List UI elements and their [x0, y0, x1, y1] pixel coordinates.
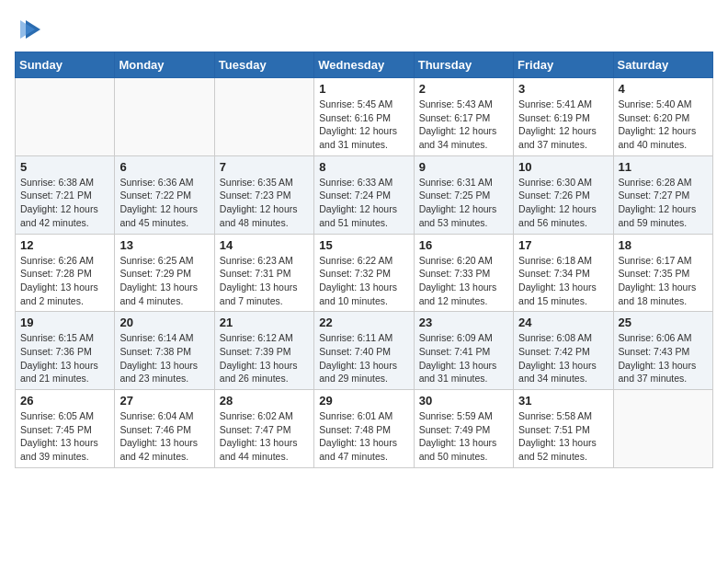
- weekday-header-sunday: Sunday: [16, 52, 115, 78]
- day-cell: 3Sunrise: 5:41 AM Sunset: 6:19 PM Daylig…: [514, 78, 613, 156]
- day-number: 7: [220, 160, 309, 174]
- day-info: Sunrise: 6:05 AM Sunset: 7:45 PM Dayligh…: [20, 409, 109, 464]
- day-cell: 26Sunrise: 6:05 AM Sunset: 7:45 PM Dayli…: [16, 390, 115, 468]
- day-cell: 17Sunrise: 6:18 AM Sunset: 7:34 PM Dayli…: [514, 234, 613, 312]
- day-info: Sunrise: 5:43 AM Sunset: 6:17 PM Dayligh…: [419, 98, 508, 152]
- day-cell: [214, 78, 313, 156]
- week-row-3: 12Sunrise: 6:26 AM Sunset: 7:28 PM Dayli…: [16, 234, 713, 312]
- day-cell: 31Sunrise: 5:58 AM Sunset: 7:51 PM Dayli…: [514, 390, 613, 468]
- day-info: Sunrise: 6:35 AM Sunset: 7:23 PM Dayligh…: [220, 176, 309, 230]
- day-info: Sunrise: 6:23 AM Sunset: 7:31 PM Dayligh…: [220, 254, 309, 308]
- day-number: 5: [20, 160, 109, 174]
- weekday-header-friday: Friday: [514, 52, 613, 78]
- logo-icon: [18, 17, 44, 42]
- weekday-header-wednesday: Wednesday: [314, 52, 414, 78]
- weekday-header-row: SundayMondayTuesdayWednesdayThursdayFrid…: [16, 52, 713, 78]
- day-number: 26: [20, 394, 109, 408]
- day-info: Sunrise: 5:45 AM Sunset: 6:16 PM Dayligh…: [319, 98, 408, 152]
- day-info: Sunrise: 6:26 AM Sunset: 7:28 PM Dayligh…: [20, 254, 109, 308]
- day-info: Sunrise: 6:31 AM Sunset: 7:25 PM Dayligh…: [419, 176, 508, 230]
- day-cell: 10Sunrise: 6:30 AM Sunset: 7:26 PM Dayli…: [514, 155, 613, 234]
- day-number: 28: [220, 394, 309, 408]
- day-cell: 9Sunrise: 6:31 AM Sunset: 7:25 PM Daylig…: [414, 155, 513, 234]
- day-number: 23: [419, 316, 508, 329]
- logo: [15, 15, 44, 42]
- page: SundayMondayTuesdayWednesdayThursdayFrid…: [0, 0, 728, 563]
- week-row-4: 19Sunrise: 6:15 AM Sunset: 7:36 PM Dayli…: [16, 312, 713, 390]
- day-info: Sunrise: 5:59 AM Sunset: 7:49 PM Dayligh…: [419, 409, 508, 464]
- week-row-5: 26Sunrise: 6:05 AM Sunset: 7:45 PM Dayli…: [16, 390, 713, 468]
- day-cell: 16Sunrise: 6:20 AM Sunset: 7:33 PM Dayli…: [414, 234, 513, 312]
- day-info: Sunrise: 6:12 AM Sunset: 7:39 PM Dayligh…: [220, 331, 309, 385]
- day-info: Sunrise: 6:14 AM Sunset: 7:38 PM Dayligh…: [119, 331, 209, 385]
- day-cell: 8Sunrise: 6:33 AM Sunset: 7:24 PM Daylig…: [314, 155, 414, 234]
- day-info: Sunrise: 6:01 AM Sunset: 7:48 PM Dayligh…: [319, 409, 408, 464]
- day-cell: 19Sunrise: 6:15 AM Sunset: 7:36 PM Dayli…: [16, 312, 115, 390]
- day-number: 17: [518, 238, 608, 252]
- day-info: Sunrise: 6:28 AM Sunset: 7:27 PM Dayligh…: [619, 176, 708, 230]
- day-info: Sunrise: 6:38 AM Sunset: 7:21 PM Dayligh…: [20, 176, 109, 230]
- day-cell: 29Sunrise: 6:01 AM Sunset: 7:48 PM Dayli…: [314, 390, 414, 468]
- day-cell: 6Sunrise: 6:36 AM Sunset: 7:22 PM Daylig…: [115, 155, 214, 234]
- day-cell: 28Sunrise: 6:02 AM Sunset: 7:47 PM Dayli…: [214, 390, 313, 468]
- week-row-2: 5Sunrise: 6:38 AM Sunset: 7:21 PM Daylig…: [16, 155, 713, 234]
- day-number: 12: [20, 238, 109, 252]
- day-info: Sunrise: 6:11 AM Sunset: 7:40 PM Dayligh…: [319, 331, 408, 385]
- day-cell: 30Sunrise: 5:59 AM Sunset: 7:49 PM Dayli…: [414, 390, 513, 468]
- day-number: 15: [319, 238, 408, 252]
- day-number: 6: [119, 160, 209, 174]
- day-cell: 27Sunrise: 6:04 AM Sunset: 7:46 PM Dayli…: [115, 390, 214, 468]
- day-number: 19: [20, 316, 109, 329]
- day-info: Sunrise: 6:17 AM Sunset: 7:35 PM Dayligh…: [619, 254, 708, 308]
- weekday-header-tuesday: Tuesday: [214, 52, 313, 78]
- day-number: 10: [518, 160, 608, 174]
- day-cell: 5Sunrise: 6:38 AM Sunset: 7:21 PM Daylig…: [16, 155, 115, 234]
- day-number: 8: [319, 160, 408, 174]
- day-number: 30: [419, 394, 508, 408]
- day-number: 27: [119, 394, 209, 408]
- header: [15, 15, 713, 42]
- day-cell: 20Sunrise: 6:14 AM Sunset: 7:38 PM Dayli…: [115, 312, 214, 390]
- day-number: 16: [419, 238, 508, 252]
- day-info: Sunrise: 6:22 AM Sunset: 7:32 PM Dayligh…: [319, 254, 408, 308]
- day-cell: 18Sunrise: 6:17 AM Sunset: 7:35 PM Dayli…: [613, 234, 712, 312]
- day-number: 29: [319, 394, 408, 408]
- day-info: Sunrise: 6:02 AM Sunset: 7:47 PM Dayligh…: [220, 409, 309, 464]
- weekday-header-saturday: Saturday: [613, 52, 712, 78]
- day-cell: 23Sunrise: 6:09 AM Sunset: 7:41 PM Dayli…: [414, 312, 513, 390]
- day-number: 14: [220, 238, 309, 252]
- day-cell: 22Sunrise: 6:11 AM Sunset: 7:40 PM Dayli…: [314, 312, 414, 390]
- day-info: Sunrise: 5:40 AM Sunset: 6:20 PM Dayligh…: [619, 98, 708, 152]
- day-number: 4: [619, 82, 708, 96]
- day-info: Sunrise: 6:08 AM Sunset: 7:42 PM Dayligh…: [518, 331, 608, 385]
- day-cell: 21Sunrise: 6:12 AM Sunset: 7:39 PM Dayli…: [214, 312, 313, 390]
- day-info: Sunrise: 6:33 AM Sunset: 7:24 PM Dayligh…: [319, 176, 408, 230]
- day-cell: 2Sunrise: 5:43 AM Sunset: 6:17 PM Daylig…: [414, 78, 513, 156]
- day-info: Sunrise: 5:58 AM Sunset: 7:51 PM Dayligh…: [518, 409, 608, 464]
- week-row-1: 1Sunrise: 5:45 AM Sunset: 6:16 PM Daylig…: [16, 78, 713, 156]
- day-number: 24: [518, 316, 608, 329]
- day-info: Sunrise: 6:36 AM Sunset: 7:22 PM Dayligh…: [119, 176, 209, 230]
- day-info: Sunrise: 6:04 AM Sunset: 7:46 PM Dayligh…: [119, 409, 209, 464]
- day-number: 25: [619, 316, 708, 329]
- calendar: SundayMondayTuesdayWednesdayThursdayFrid…: [15, 52, 713, 468]
- day-cell: 11Sunrise: 6:28 AM Sunset: 7:27 PM Dayli…: [613, 155, 712, 234]
- day-info: Sunrise: 6:25 AM Sunset: 7:29 PM Dayligh…: [119, 254, 209, 308]
- day-number: 31: [518, 394, 608, 408]
- day-number: 13: [119, 238, 209, 252]
- weekday-header-thursday: Thursday: [414, 52, 513, 78]
- day-number: 21: [220, 316, 309, 329]
- day-info: Sunrise: 6:15 AM Sunset: 7:36 PM Dayligh…: [20, 331, 109, 385]
- day-info: Sunrise: 6:09 AM Sunset: 7:41 PM Dayligh…: [419, 331, 508, 385]
- weekday-header-monday: Monday: [115, 52, 214, 78]
- day-number: 22: [319, 316, 408, 329]
- day-cell: 12Sunrise: 6:26 AM Sunset: 7:28 PM Dayli…: [16, 234, 115, 312]
- day-cell: [16, 78, 115, 156]
- day-cell: [115, 78, 214, 156]
- day-number: 20: [119, 316, 209, 329]
- day-info: Sunrise: 5:41 AM Sunset: 6:19 PM Dayligh…: [518, 98, 608, 152]
- day-cell: 14Sunrise: 6:23 AM Sunset: 7:31 PM Dayli…: [214, 234, 313, 312]
- day-info: Sunrise: 6:18 AM Sunset: 7:34 PM Dayligh…: [518, 254, 608, 308]
- day-number: 11: [619, 160, 708, 174]
- day-number: 1: [319, 82, 408, 96]
